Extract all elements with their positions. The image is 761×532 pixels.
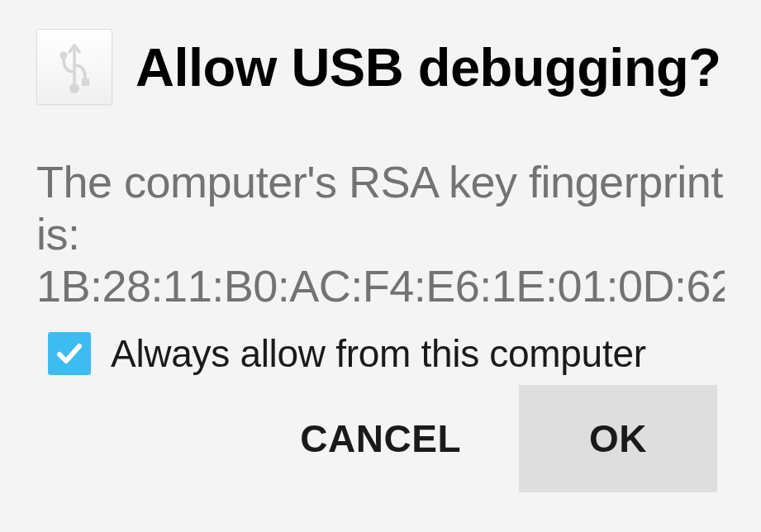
dialog-title: Allow USB debugging? [136, 36, 721, 98]
ok-button[interactable]: OK [519, 385, 717, 492]
usb-debugging-dialog: Allow USB debugging? The computer's RSA … [0, 0, 761, 532]
cancel-button[interactable]: CANCEL [293, 406, 468, 471]
usb-icon [36, 29, 112, 105]
fingerprint-text: 1B:28:11:B0:AC:F4:E6:1E:01:0D:62: [36, 260, 725, 312]
svg-point-0 [69, 83, 79, 93]
dialog-header: Allow USB debugging? [36, 29, 725, 105]
always-allow-label: Always allow from this computer [111, 331, 646, 376]
dialog-body: The computer's RSA key fingerprint is: 1… [36, 156, 725, 313]
svg-point-1 [60, 52, 68, 59]
body-intro-text: The computer's RSA key fingerprint is: [36, 156, 725, 260]
always-allow-checkbox[interactable] [48, 332, 91, 375]
checkmark-icon [53, 337, 86, 370]
svg-rect-2 [82, 78, 89, 86]
always-allow-row[interactable]: Always allow from this computer [48, 331, 725, 376]
dialog-buttons: CANCEL OK [293, 385, 717, 492]
